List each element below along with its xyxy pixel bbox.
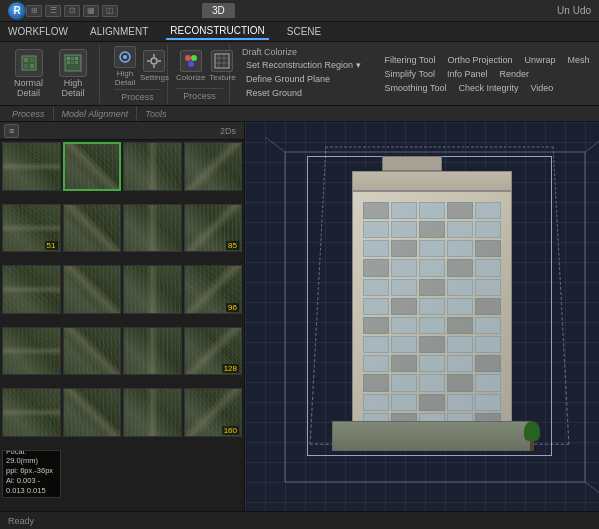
window-5-0 [363,298,389,315]
draft-colorize-btn[interactable]: Draft Colorize [242,47,365,57]
info-btn[interactable]: Info Panel [443,68,492,80]
thumbnail-number-12: 96 [226,303,239,312]
window-9-2 [419,374,445,391]
window-1-3 [447,221,473,238]
window-5-1 [391,298,417,315]
check-integrity-btn[interactable]: Check Integrity [454,82,522,94]
thumbnail-item-15[interactable] [123,327,182,376]
svg-point-20 [191,55,197,61]
settings-button[interactable]: Settings [140,50,169,82]
menu-bar: WORKFLOW ALIGNMENT RECONSTRUCTION SCENE [0,22,599,42]
window-2-4 [475,240,501,257]
thumbnail-image-9 [3,266,60,313]
viewport-3d[interactable] [245,122,599,511]
thumbnail-item-10[interactable] [63,265,122,314]
thumbnail-item-1[interactable] [2,142,61,191]
tree-1 [522,421,542,451]
process-label: Process [114,89,161,102]
set-reconstruction-btn[interactable]: Set Reconstruction Region ▾ [242,59,365,71]
window-9-4 [475,374,501,391]
thumbnail-toolbar: ≡ 2Ds [0,122,244,140]
menu-alignment[interactable]: ALIGNMENT [86,24,152,39]
high-detail-label: High Detail [59,79,87,99]
thumb-filter-btn[interactable]: ≡ [4,124,19,138]
thumbnail-item-20[interactable]: 160 [184,388,243,437]
window-1-0 [363,221,389,238]
view-toggle-2[interactable]: ☰ [45,5,61,17]
simplify-btn[interactable]: Simplify Tool [381,68,439,80]
thumbnail-item-5[interactable]: 51 [2,204,61,253]
menu-scene[interactable]: SCENE [283,24,325,39]
video-btn[interactable]: Video [526,82,557,94]
view-toggle-1[interactable]: ⊞ [26,5,42,17]
simplify-row: Simplify Tool Info Panel Render [381,67,594,81]
menu-workflow[interactable]: WORKFLOW [4,24,72,39]
window-7-0 [363,336,389,353]
thumbnail-item-8[interactable]: 85 [184,204,243,253]
view-toggle-5[interactable]: ◫ [102,5,118,17]
high-detail-icon [59,49,87,77]
window-0-0 [363,202,389,219]
window-2-0 [363,240,389,257]
window-0-3 [447,202,473,219]
window-4-3 [447,279,473,296]
thumbnail-grid[interactable]: 518596128160P4530254.jpg4608x2592 Featur… [0,140,244,511]
thumbnail-item-19[interactable] [123,388,182,437]
thumbnail-item-13[interactable] [2,327,61,376]
unwrap-btn[interactable]: Unwrap [520,54,559,66]
mesh-btn[interactable]: Mesh [563,54,593,66]
menu-reconstruction[interactable]: RECONSTRUCTION [166,23,268,40]
view-toggle-3[interactable]: ⊡ [64,5,80,17]
window-6-2 [419,317,445,334]
normal-detail-label: NormalDetail [14,79,43,99]
window-6-3 [447,317,473,334]
window-0-4 [475,202,501,219]
thumbnail-item-4[interactable] [184,142,243,191]
define-ground-btn[interactable]: Define Ground Plane [242,73,334,85]
user-info: Un Udo [557,5,591,16]
thumbnail-number-16: 128 [222,364,239,373]
thumbnail-item-9[interactable] [2,265,61,314]
preview-button[interactable]: High Detail [114,46,136,87]
process-section: Process [4,106,54,121]
thumbnail-item-11[interactable] [123,265,182,314]
window-3-1 [391,259,417,276]
view-toggle-4[interactable]: ▦ [83,5,99,17]
window-10-1 [391,394,417,411]
svg-rect-10 [71,61,74,64]
high-detail-button[interactable]: High Detail [53,47,93,101]
texture-button[interactable]: Texture [209,50,235,82]
window-5-4 [475,298,501,315]
thumbnail-image-6 [64,205,121,252]
ortho-btn[interactable]: Ortho Projection [443,54,516,66]
normal-detail-button[interactable]: NormalDetail [8,47,49,101]
filtering-btn[interactable]: Filtering Tool [381,54,440,66]
window-4-2 [419,279,445,296]
colorize-button[interactable]: Colorize [176,50,205,82]
thumbnail-item-2[interactable] [63,142,122,191]
building-base [332,421,532,451]
reset-ground-btn[interactable]: Reset Ground [242,87,306,99]
thumbnail-item-6[interactable] [63,204,122,253]
toolbar-colorize-section: Colorize Texture Process [170,44,230,103]
tab-3d[interactable]: 3D [202,3,235,18]
svg-rect-2 [30,58,34,62]
preview-icon [114,46,136,68]
svg-point-21 [188,61,194,67]
render-btn[interactable]: Render [495,68,533,80]
window-0-2 [419,202,445,219]
thumbnail-item-14[interactable] [63,327,122,376]
smoothing-btn[interactable]: Smoothing Tool [381,82,451,94]
thumbnail-item-7[interactable] [123,204,182,253]
thumbnail-item-17[interactable] [2,388,61,437]
thumbnail-item-16[interactable]: 128 [184,327,243,376]
thumbnail-item-18[interactable] [63,388,122,437]
thumbnail-item-12[interactable]: 96 [184,265,243,314]
thumb-counter: 2Ds [220,126,236,136]
building-windows [363,202,501,430]
thumbnail-item-21[interactable]: P4530254.jpg4608x2592 Features: 2017/400… [2,450,61,499]
window-10-3 [447,394,473,411]
thumbnail-item-3[interactable] [123,142,182,191]
window-8-1 [391,355,417,372]
svg-rect-9 [67,61,70,64]
